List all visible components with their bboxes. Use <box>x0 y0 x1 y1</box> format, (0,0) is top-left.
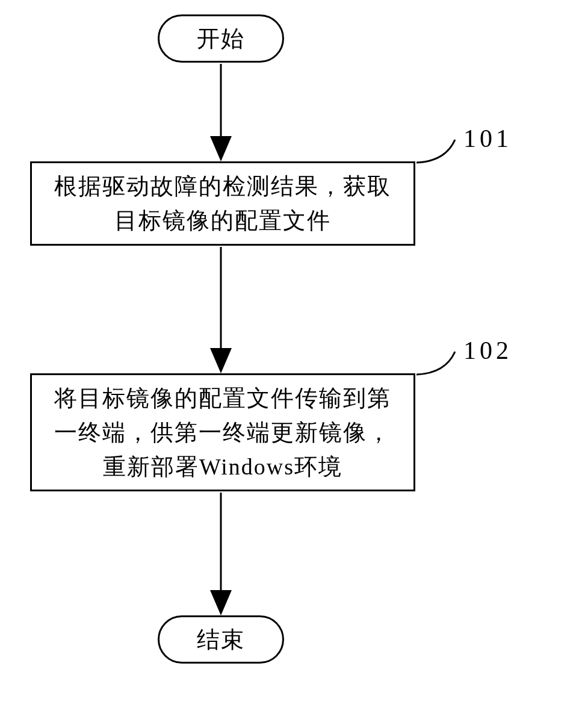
step-label-101: 101 <box>463 124 512 153</box>
step-label-102: 102 <box>463 336 512 365</box>
process-step-text: 根据驱动故障的检测结果，获取 目标镜像的配置文件 <box>54 169 391 238</box>
process-step-101: 根据驱动故障的检测结果，获取 目标镜像的配置文件 <box>30 161 415 246</box>
flowchart-container: 开始 根据驱动故障的检测结果，获取 目标镜像的配置文件 101 将目标镜像的配置… <box>0 0 582 728</box>
process-step-102: 将目标镜像的配置文件传输到第 一终端，供第一终端更新镜像， 重新部署Window… <box>30 373 415 491</box>
end-terminator: 结束 <box>158 615 284 664</box>
start-terminator: 开始 <box>158 14 284 63</box>
process-step-text: 将目标镜像的配置文件传输到第 一终端，供第一终端更新镜像， 重新部署Window… <box>54 381 391 484</box>
